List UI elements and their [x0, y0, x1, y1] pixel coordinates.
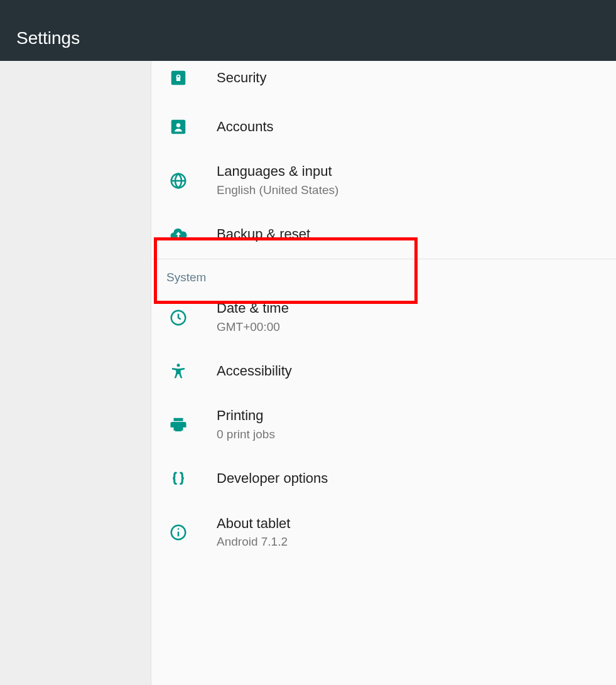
- content: Security Accounts Languages & input Engl…: [0, 61, 616, 685]
- settings-item-languages-input[interactable]: Languages & input English (United States…: [151, 151, 616, 210]
- app-header: Settings: [0, 0, 616, 61]
- page-title: Settings: [16, 28, 80, 48]
- settings-item-accessibility[interactable]: Accessibility: [151, 347, 616, 396]
- settings-item-accounts[interactable]: Accounts: [151, 102, 616, 151]
- section-header-system: System: [151, 259, 616, 288]
- settings-list: Security Accounts Languages & input Engl…: [151, 61, 616, 685]
- settings-item-label: Accounts: [217, 118, 274, 136]
- settings-item-sub: GMT+00:00: [217, 319, 289, 336]
- sidebar-spacer: [0, 61, 151, 685]
- settings-item-about-tablet[interactable]: About tablet Android 7.1.2: [151, 504, 616, 562]
- cloud-upload-icon: [166, 225, 217, 244]
- settings-item-label: Accessibility: [217, 362, 292, 380]
- globe-icon: [166, 171, 217, 190]
- settings-item-security[interactable]: Security: [151, 61, 616, 102]
- svg-point-3: [176, 123, 181, 127]
- braces-icon: [166, 470, 217, 488]
- settings-item-sub: 0 print jobs: [217, 426, 275, 443]
- settings-item-sub: Android 7.1.2: [217, 534, 290, 551]
- svg-point-6: [177, 364, 180, 367]
- svg-point-9: [178, 528, 180, 530]
- settings-item-date-time[interactable]: Date & time GMT+00:00: [151, 288, 616, 347]
- settings-item-label: Developer options: [217, 470, 328, 488]
- settings-item-sub: English (United States): [217, 182, 338, 199]
- settings-item-printing[interactable]: Printing 0 print jobs: [151, 396, 616, 454]
- settings-item-developer-options[interactable]: Developer options: [151, 455, 616, 504]
- settings-item-label: About tablet: [217, 515, 290, 533]
- settings-item-label: Backup & reset: [217, 225, 310, 244]
- settings-item-label: Languages & input: [217, 163, 338, 181]
- settings-item-label: Security: [217, 69, 266, 87]
- clock-icon: [166, 308, 217, 327]
- settings-item-label: Printing: [217, 407, 275, 425]
- accessibility-icon: [166, 362, 217, 380]
- security-icon: [166, 68, 217, 87]
- settings-item-label: Date & time: [217, 299, 289, 318]
- settings-item-backup-reset[interactable]: Backup & reset: [151, 210, 616, 259]
- printer-icon: [166, 416, 217, 434]
- accounts-icon: [166, 117, 217, 136]
- info-icon: [166, 523, 217, 542]
